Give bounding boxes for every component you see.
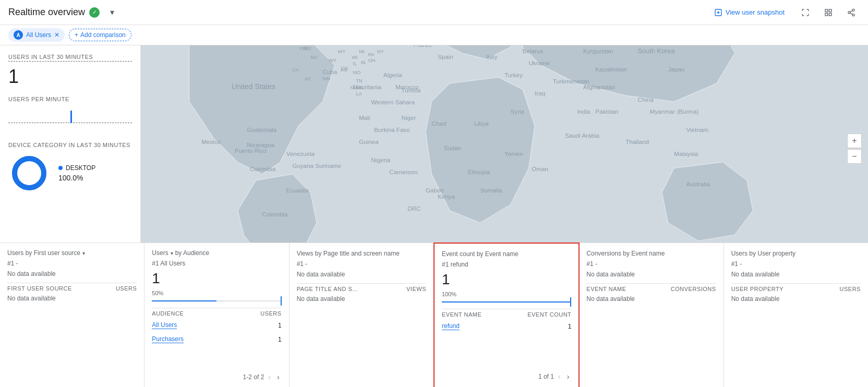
device-category-section: DEVICE CATEGORY IN LAST 30 MINUTES DESKT… bbox=[8, 142, 132, 194]
event-refund-link[interactable]: refund bbox=[442, 322, 460, 330]
card1-rank: #1 - bbox=[7, 260, 137, 267]
card4-title: Event count by Event name bbox=[442, 250, 519, 258]
audience-purchasers-val: 1 bbox=[278, 336, 282, 343]
desktop-dot bbox=[58, 166, 63, 170]
audience-purchasers-link[interactable]: Purchasers bbox=[152, 335, 184, 343]
users-per-minute-label: USERS PER MINUTE bbox=[8, 96, 132, 102]
svg-text:IL: IL bbox=[353, 61, 357, 66]
map-zoom-out-button[interactable]: − bbox=[847, 149, 862, 164]
expand-icon bbox=[801, 8, 810, 17]
event-count-card: Event count by Event name #1 refund 1 10… bbox=[433, 243, 580, 387]
svg-text:Sudan: Sudan bbox=[444, 144, 462, 151]
svg-text:Kazakhstan: Kazakhstan bbox=[595, 66, 627, 72]
svg-text:Oman: Oman bbox=[532, 165, 548, 172]
svg-text:Chad: Chad bbox=[432, 120, 447, 127]
card3-rank: #1 - bbox=[297, 260, 426, 268]
svg-text:NM: NM bbox=[323, 76, 330, 81]
svg-text:Burkina Faso: Burkina Faso bbox=[374, 126, 409, 133]
svg-text:Guyana Suriname: Guyana Suriname bbox=[292, 162, 341, 169]
user-property-card: Users by User property #1 - No data avai… bbox=[724, 243, 868, 387]
svg-text:AZ: AZ bbox=[305, 76, 311, 81]
event-refund-val: 1 bbox=[568, 323, 572, 330]
svg-text:Tunisia: Tunisia bbox=[402, 87, 421, 93]
card1-table-no-data: No data available bbox=[7, 295, 137, 302]
card6-title-row: Users by User property bbox=[731, 249, 861, 257]
card-icon bbox=[824, 8, 833, 17]
svg-text:Kyrgyzstan: Kyrgyzstan bbox=[583, 47, 613, 54]
svg-text:Ukraine: Ukraine bbox=[528, 59, 549, 66]
svg-text:Libya: Libya bbox=[474, 120, 489, 127]
svg-text:Saudi Arabia: Saudi Arabia bbox=[565, 132, 599, 139]
donut-container: DESKTOP 100.0% bbox=[8, 152, 95, 194]
header-right: View user snapshot bbox=[708, 4, 860, 21]
svg-text:Afghanistan: Afghanistan bbox=[583, 83, 615, 90]
svg-text:Australia: Australia bbox=[686, 180, 710, 187]
card4-progress-line bbox=[570, 297, 571, 307]
map-zoom-in-button[interactable]: + bbox=[847, 134, 862, 148]
svg-text:Somalia: Somalia bbox=[480, 187, 502, 194]
card1-col2-label: USERS bbox=[116, 285, 137, 292]
expand-icon-button[interactable] bbox=[797, 4, 814, 21]
svg-text:Puerto Rico: Puerto Rico bbox=[235, 147, 267, 154]
card4-next-button[interactable]: › bbox=[565, 371, 572, 382]
header-dropdown-btn[interactable]: ▾ bbox=[104, 4, 120, 21]
svg-text:Vietnam: Vietnam bbox=[686, 126, 708, 133]
svg-text:Pakistan: Pakistan bbox=[595, 108, 619, 115]
avatar: A bbox=[14, 30, 23, 40]
add-comparison-label: Add comparison bbox=[80, 31, 126, 39]
svg-text:Turkey: Turkey bbox=[504, 71, 523, 78]
svg-text:NV: NV bbox=[310, 55, 318, 60]
svg-text:CA: CA bbox=[292, 67, 299, 72]
table-row: Purchasers 1 bbox=[152, 334, 281, 345]
device-category-label: DEVICE CATEGORY IN LAST 30 MINUTES bbox=[8, 142, 130, 148]
audience-allusers-link[interactable]: All Users bbox=[152, 321, 177, 329]
card5-col2-label: CONVERSIONS bbox=[671, 286, 716, 292]
card2-rank: #1 All Users bbox=[152, 260, 281, 267]
card5-rank: #1 - bbox=[586, 260, 716, 268]
add-icon: + bbox=[75, 31, 78, 39]
card4-progress-bar bbox=[442, 301, 571, 303]
svg-rect-4 bbox=[829, 13, 831, 16]
svg-point-5 bbox=[852, 9, 854, 11]
card2-main-value: 1 bbox=[152, 270, 281, 287]
svg-point-7 bbox=[852, 14, 854, 16]
card1-col1-label: FIRST USER SOURCE bbox=[7, 285, 72, 292]
card6-no-data-top: No data available bbox=[731, 271, 861, 278]
share-button[interactable] bbox=[843, 4, 860, 21]
card4-col2-label: EVENT COUNT bbox=[527, 311, 571, 318]
svg-text:Guatemala: Guatemala bbox=[247, 126, 276, 133]
segment-bar: A All Users ✕ + Add comparison bbox=[0, 25, 868, 45]
svg-text:Italy: Italy bbox=[486, 53, 497, 60]
card2-prev-button[interactable]: ‹ bbox=[266, 372, 273, 382]
snapshot-icon bbox=[714, 8, 722, 17]
svg-text:KS: KS bbox=[341, 67, 347, 72]
page-title-card: Views by Page title and screen name #1 -… bbox=[290, 243, 434, 387]
svg-text:Venezuela: Venezuela bbox=[286, 150, 315, 157]
svg-rect-3 bbox=[825, 13, 828, 16]
view-snapshot-button[interactable]: View user snapshot bbox=[708, 5, 791, 20]
card4-title-row: Event count by Event name bbox=[442, 250, 571, 258]
snapshot-label: View user snapshot bbox=[726, 8, 785, 16]
card2-progress-bar bbox=[152, 300, 216, 301]
card4-rank: #1 refund bbox=[442, 261, 571, 268]
card1-dropdown-icon[interactable]: ▾ bbox=[82, 250, 85, 256]
card3-col1-label: PAGE TITLE AND S... bbox=[297, 286, 358, 292]
share-icon bbox=[847, 8, 855, 17]
header-title: Realtime overview bbox=[8, 7, 85, 18]
card4-page-text: 1 of 1 bbox=[538, 373, 554, 380]
card4-prev-button[interactable]: ‹ bbox=[556, 371, 563, 382]
card4-pagination: 1 of 1 ‹ › bbox=[442, 369, 571, 382]
svg-point-9 bbox=[15, 159, 44, 188]
card2-dropdown-icon[interactable]: ▾ bbox=[171, 250, 173, 256]
svg-text:Algeria: Algeria bbox=[383, 71, 403, 78]
card-view-button[interactable] bbox=[820, 4, 837, 21]
all-users-chip[interactable]: A All Users ✕ bbox=[8, 28, 65, 42]
svg-text:OH: OH bbox=[368, 58, 376, 63]
card2-next-button[interactable]: › bbox=[275, 372, 282, 382]
add-comparison-button[interactable]: + Add comparison bbox=[69, 29, 131, 41]
card2-progress bbox=[152, 300, 281, 301]
card3-col2-label: VIEWS bbox=[406, 286, 426, 292]
sparkline-bar bbox=[70, 111, 72, 123]
donut-chart bbox=[8, 152, 50, 194]
svg-text:Gabon: Gabon bbox=[426, 187, 444, 194]
